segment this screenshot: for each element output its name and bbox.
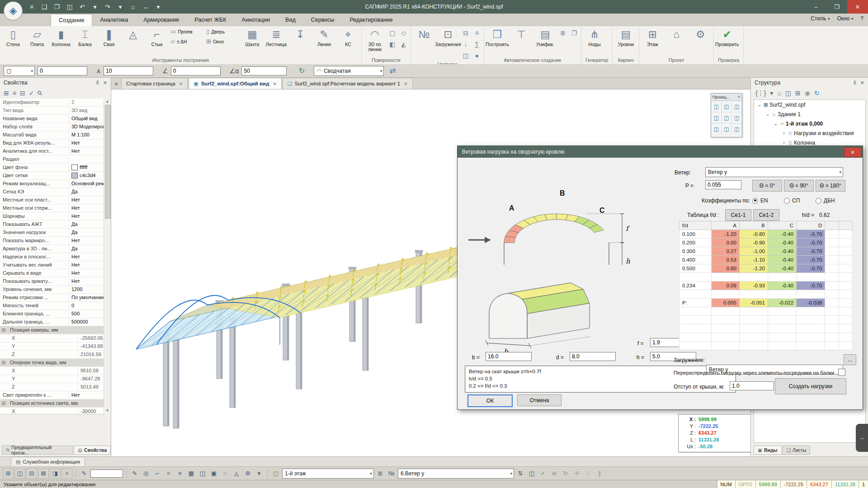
projection-view-button[interactable]: ◫ [711, 112, 722, 123]
grid-icon[interactable]: ⌗ [164, 469, 174, 479]
projection-view-button[interactable]: ◫ [731, 101, 742, 112]
ks-button[interactable]: ⌖КС [336, 27, 360, 56]
pressure-load-icon[interactable]: ◫ [460, 50, 471, 61]
property-row[interactable]: Режим визуализац...Основной режим [0, 180, 104, 188]
close-button[interactable]: ✕ [847, 0, 868, 14]
open-file-icon[interactable]: ❐ [52, 1, 62, 12]
table-row[interactable] [679, 290, 853, 299]
tab-Предварительный просм...[interactable]: ⚲Предварительный просм... [2, 446, 73, 455]
sort-icon[interactable]: ⇅ [515, 469, 525, 479]
levels-button[interactable]: ▤Уровни [614, 27, 637, 56]
table-row[interactable]: 0.3000.27-1.00-0.40-0.70 [679, 247, 853, 256]
measure-icon[interactable]: ↔ [140, 1, 151, 12]
filter-props-icon[interactable]: ⊟ [20, 89, 25, 97]
settings-icon[interactable]: ⚙ [243, 469, 253, 479]
more-icon[interactable]: ▾ [254, 469, 264, 479]
apply-icon[interactable]: ✓ [29, 89, 34, 97]
panel-icon[interactable]: ◫ [198, 469, 208, 479]
rotate-icon[interactable]: ↻ [561, 469, 571, 479]
radio-ДБН[interactable]: ДБН [816, 197, 835, 204]
region-icon[interactable]: ▣ [209, 469, 219, 479]
ok-button[interactable]: ОК [467, 394, 513, 407]
surface-3d-by-line-button[interactable]: ◠3D по линии [363, 27, 387, 56]
property-row[interactable]: Мягкость теней0 [0, 302, 104, 310]
table-row[interactable] [679, 307, 853, 316]
menu-tab-Аннотации[interactable]: Аннотации [234, 14, 278, 26]
property-row[interactable]: Тип вида3D вид [0, 107, 104, 115]
close-tab-icon[interactable]: ✕ [111, 79, 121, 89]
line-button[interactable]: ✎Линия [312, 27, 336, 56]
offset-input[interactable] [38, 66, 87, 75]
property-row[interactable]: Набор слоёв3D Моделирова... [0, 123, 104, 131]
minimize-button[interactable]: – [806, 0, 826, 14]
more-button[interactable]: ... [844, 354, 856, 365]
storey-combo[interactable]: 1-й этаж ▾ [282, 469, 374, 479]
tree-item[interactable]: ⌄▦Surf2_wind.spf [754, 100, 865, 109]
draw-circle-icon[interactable]: ◎ [141, 469, 151, 479]
cancel-button[interactable]: Отмена [517, 394, 561, 406]
surface-wall-icon[interactable]: ▢ [387, 28, 398, 38]
property-row[interactable]: Скрывать в видеНет [0, 269, 104, 277]
undo-icon[interactable]: ↶ [77, 1, 88, 12]
expand-icon[interactable]: › [781, 140, 787, 145]
light-icon[interactable]: ○ [220, 469, 230, 479]
property-row[interactable]: Режим отрисовки ...По умолчанию [0, 294, 104, 302]
table-row[interactable] [679, 333, 853, 342]
projection-view-button[interactable]: ◫ [722, 112, 732, 123]
projection-view-button[interactable]: ◫ [722, 101, 732, 112]
ortho-icon[interactable]: ⌐ [152, 469, 162, 479]
sync-model-icon[interactable]: ◫ [785, 89, 791, 97]
property-row[interactable]: Y-41343.88 [0, 343, 104, 351]
measure-value-input[interactable] [90, 469, 123, 478]
chevron-down-icon[interactable]: ▾ [770, 89, 773, 97]
property-row[interactable]: Значения нагрузокДа [0, 229, 104, 237]
radio-EN[interactable]: EN [752, 197, 768, 204]
radio-СП[interactable]: СП [784, 197, 800, 204]
pin-icon[interactable]: ⊼ [96, 80, 99, 86]
table-row[interactable] [679, 324, 853, 333]
close-icon[interactable]: ✕ [860, 80, 864, 86]
projection-view-button[interactable]: ◫ [711, 101, 722, 112]
slash-icon[interactable]: ∕ [583, 469, 593, 479]
property-row[interactable]: Цвет сеткиc4c3d4 [0, 172, 104, 180]
expand-icon[interactable]: › [781, 131, 787, 136]
refresh-button[interactable]: ↻ [296, 66, 307, 76]
app-logo-icon[interactable]: ◈ [4, 1, 23, 20]
property-row[interactable]: Z5013.49 [0, 383, 104, 391]
unify-button[interactable]: ▤Унифик. [533, 27, 557, 56]
beam-button[interactable]: ⌶Балка [73, 27, 97, 56]
close-icon[interactable]: ✕ [737, 95, 741, 99]
property-row[interactable]: Показывать армату...Нет [0, 277, 104, 286]
panel-splitter-button[interactable]: ⇔ [856, 424, 868, 452]
property-row[interactable]: X-25692.06 [0, 334, 104, 343]
scrollbar-thumb[interactable] [105, 105, 111, 219]
menu-tab-Аналитика[interactable]: Аналитика [92, 14, 136, 26]
tab-Свойства[interactable]: ▤Свойства [74, 446, 111, 455]
undo-dropdown-icon[interactable]: ▾ [90, 1, 100, 12]
project-settings-button[interactable]: ⚙ [689, 27, 712, 56]
property-row[interactable]: Надписи в плоскос...Нет [0, 253, 104, 261]
swap-direction-button[interactable]: ⇄ [387, 66, 398, 76]
filter-table-icon[interactable]: ◫ [527, 469, 537, 479]
opening-button[interactable]: ▭Проем [169, 27, 204, 36]
show-home-icon[interactable]: ⌂ [777, 89, 781, 97]
tree-item[interactable]: ⌄⌂Здание 1 [754, 109, 865, 119]
scroll-up-icon[interactable]: ▲ [104, 99, 111, 105]
table-row[interactable]: 0.100-1.20-0.80-0.40-0.70 [679, 230, 853, 239]
pile-button[interactable]: ❚Свая [97, 27, 121, 56]
property-row[interactable]: Арматура в 3D - ли...Да [0, 245, 104, 253]
property-row[interactable]: Показать маркиро...Нет [0, 237, 104, 245]
angle-input[interactable] [171, 66, 221, 75]
area-load-icon[interactable]: ⊟ [460, 28, 471, 38]
roof-type-combo[interactable]: ◠ Сводчатая ▾ [314, 66, 384, 76]
snap-mid-button[interactable]: ⊟ [26, 468, 37, 479]
house-button[interactable]: ⌂ [665, 27, 688, 56]
table-row[interactable] [679, 273, 853, 282]
box-mode-combo[interactable]: ▢ ▾ [4, 66, 35, 76]
pencil-icon[interactable]: ✎ [79, 469, 89, 479]
property-row[interactable]: Показывать АЖТДа [0, 221, 104, 229]
document-tab[interactable]: ▣Surf2_wind.spf:Общий вид✕ [189, 78, 282, 89]
property-group-row[interactable]: ⊟Позиция источника света, мм [0, 399, 104, 408]
refresh-icon[interactable]: ↻ [814, 89, 820, 97]
line-load-icon[interactable]: ≡ [472, 28, 482, 38]
